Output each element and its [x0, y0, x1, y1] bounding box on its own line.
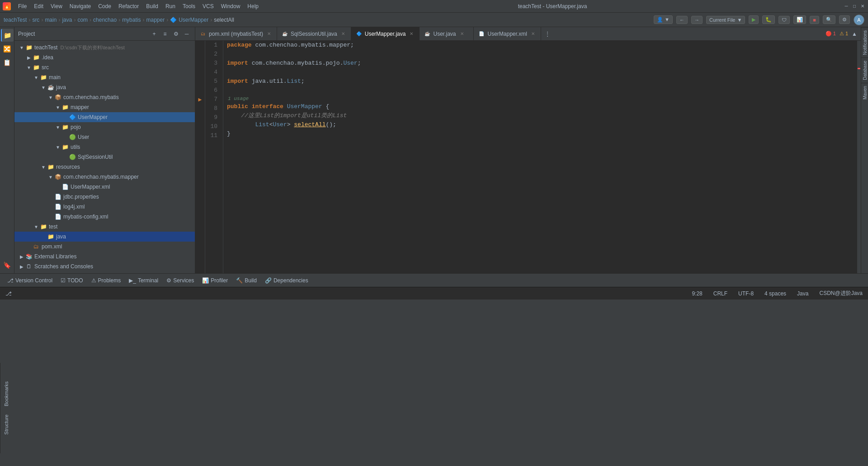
status-language[interactable]: Java — [795, 290, 810, 298]
sidebar-bookmarks-icon[interactable]: 🔖 — [1, 259, 14, 271]
sidebar-structure-icon[interactable]: 📋 — [1, 56, 14, 69]
tree-mybatis-config[interactable]: ▶ 📄 mybatis-config.xml — [14, 212, 195, 222]
tree-user[interactable]: ▶ 🟢 User — [14, 132, 195, 142]
status-csdn[interactable]: CSDN@进阶Java — [817, 289, 864, 298]
breadcrumb-usermapper[interactable]: 🔷 — [170, 17, 177, 23]
breadcrumb-mybatis[interactable]: mybatis — [122, 17, 141, 23]
menu-refactor[interactable]: Refactor — [115, 2, 142, 10]
menu-edit[interactable]: Edit — [30, 2, 47, 10]
tab-usermapper-xml[interactable]: 📄 UserMapper.xml ✕ — [474, 27, 541, 41]
status-position[interactable]: 9:28 — [690, 290, 704, 298]
tree-package[interactable]: ▼ 📦 com.chenchao.mybatis — [14, 92, 195, 102]
minimize-button[interactable]: ─ — [843, 3, 850, 10]
status-git[interactable]: ⎇ — [4, 290, 14, 298]
rpt-maven[interactable]: Maven — [861, 83, 868, 102]
panel-icon-settings[interactable]: ⚙ — [171, 29, 180, 38]
menu-build[interactable]: Build — [142, 2, 162, 10]
rpt-notifications[interactable]: Notifications — [861, 27, 868, 57]
tree-ext-libs[interactable]: ▶ 📚 External Libraries — [14, 252, 195, 262]
menu-code[interactable]: Code — [94, 2, 115, 10]
forward-button[interactable]: → — [691, 16, 703, 24]
mt-selectall[interactable]: selectAll — [294, 120, 326, 129]
debug-button[interactable]: 🐛 — [762, 15, 775, 24]
sidebar-project-icon[interactable]: 📁 — [1, 29, 14, 42]
tree-mapper-folder[interactable]: ▼ 📁 mapper — [14, 102, 195, 112]
tool-todo[interactable]: ☑ TODO — [57, 276, 86, 285]
current-file-button[interactable]: Current File ▼ — [706, 16, 745, 24]
run-with-coverage[interactable]: 🛡 — [778, 16, 790, 24]
code-area[interactable]: package com.chenchao.mybatis.mapper; imp… — [223, 41, 857, 273]
breadcrumb-src[interactable]: src — [32, 17, 39, 23]
menu-navigate[interactable]: Navigate — [66, 2, 94, 10]
tree-src[interactable]: ▼ 📁 src — [14, 62, 195, 72]
tree-usermapper-xml[interactable]: ▶ 📄 UserMapper.xml — [14, 182, 195, 192]
tree-pojo-folder[interactable]: ▼ 📁 pojo — [14, 122, 195, 132]
tree-root[interactable]: ▼ 📁 teachTest D:\csdn下载的资料\teachTest — [14, 43, 195, 52]
menu-view[interactable]: View — [47, 2, 66, 10]
editor-content[interactable]: ▶ 1 2 3 4 5 6 7 8 9 10 — [195, 41, 861, 273]
profiler-button[interactable]: 📊 — [793, 15, 806, 24]
tree-jdbc-props[interactable]: ▶ 📄 jdbc.properties — [14, 192, 195, 202]
tool-terminal[interactable]: ▶_ Terminal — [125, 276, 162, 285]
tree-java[interactable]: ▼ ☕ java — [14, 82, 195, 92]
menu-tools[interactable]: Tools — [179, 2, 199, 10]
menu-file[interactable]: File — [14, 2, 30, 10]
panel-icon-collapse[interactable]: ≡ — [160, 29, 170, 38]
settings-button[interactable]: ⚙ — [839, 15, 850, 24]
tree-log4j[interactable]: ▶ 📄 log4j.xml — [14, 202, 195, 212]
tree-res-mapper-folder[interactable]: ▼ 📦 com.chenchao.mybatis.mapper — [14, 172, 195, 182]
tool-dependencies[interactable]: 🔗 Dependencies — [261, 276, 312, 285]
tree-scratches[interactable]: ▶ 🗒 Scratches and Consoles — [14, 262, 195, 271]
tool-build[interactable]: 🔨 Build — [232, 276, 260, 285]
tree-idea[interactable]: ▶ 📁 .idea — [14, 52, 195, 62]
breadcrumb-java[interactable]: java — [62, 17, 72, 23]
tree-utils-folder[interactable]: ▼ 📁 utils — [14, 142, 195, 152]
tree-usermapper[interactable]: ▶ 🔷 UserMapper — [14, 112, 195, 122]
panel-icon-plus[interactable]: + — [150, 29, 159, 38]
tree-sqlsession[interactable]: ▶ 🟢 SqlSessionUtil — [14, 152, 195, 162]
breadcrumb-project[interactable]: teachTest — [4, 17, 27, 23]
tree-test[interactable]: ▼ 📁 test — [14, 222, 195, 232]
status-line-ending[interactable]: CRLF — [712, 290, 729, 298]
tree-main[interactable]: ▼ 📁 main — [14, 72, 195, 82]
tool-version-control[interactable]: ⎇ Version Control — [4, 276, 56, 285]
tab-pom[interactable]: 🗂 pom.xml (mybatisTest) ✕ — [195, 27, 277, 41]
breadcrumb-usermapper-label[interactable]: UserMapper — [179, 17, 208, 23]
close-button[interactable]: ✕ — [859, 3, 866, 10]
menu-run[interactable]: Run — [162, 2, 179, 10]
maximize-button[interactable]: □ — [851, 3, 858, 10]
stop-button[interactable]: ■ — [810, 16, 819, 24]
tree-test-java[interactable]: ▶ 📁 java — [14, 232, 195, 242]
tabs-overflow[interactable]: ⋮ — [541, 31, 554, 37]
menu-vcs[interactable]: VCS — [199, 2, 217, 10]
scroll-up[interactable]: ▲ — [852, 31, 857, 37]
tool-services[interactable]: ⚙ Services — [163, 276, 198, 285]
search-everywhere[interactable]: 🔍 — [823, 15, 835, 24]
status-indent[interactable]: 4 spaces — [763, 290, 788, 298]
tab-sqlsession-close[interactable]: ✕ — [340, 31, 346, 37]
tab-sqlsession[interactable]: ☕ SqlSessionUtil.java ✕ — [277, 27, 351, 41]
tab-usermapper-xml-close[interactable]: ✕ — [530, 31, 536, 37]
structure-tab[interactable]: Structure — [0, 411, 10, 438]
tool-problems[interactable]: ⚠ Problems — [88, 276, 125, 285]
breadcrumb-selectall[interactable]: selectAll — [214, 17, 234, 23]
breadcrumb-chenchao[interactable]: chenchao — [93, 17, 117, 23]
tab-pom-close[interactable]: ✕ — [266, 31, 272, 37]
tab-usermapper[interactable]: 🔷 UserMapper.java ✕ — [351, 27, 420, 41]
tab-user-close[interactable]: ✕ — [459, 31, 465, 37]
run-button[interactable]: ▶ — [749, 15, 759, 24]
breadcrumb-main[interactable]: main — [45, 17, 57, 23]
tree-resources[interactable]: ▼ 📁 resources — [14, 162, 195, 172]
tab-user[interactable]: ☕ User.java ✕ — [420, 27, 474, 41]
menu-help[interactable]: Help — [244, 2, 262, 10]
profile-button[interactable]: 👤 ▼ — [654, 15, 673, 24]
tree-pom[interactable]: ▶ 🗂 pom.xml — [14, 242, 195, 252]
user-avatar[interactable]: A — [854, 14, 864, 25]
breadcrumb-com[interactable]: com — [77, 17, 88, 23]
breadcrumb-mapper[interactable]: mapper — [146, 17, 165, 23]
tool-profiler[interactable]: 📊 Profiler — [198, 276, 231, 285]
menu-window[interactable]: Window — [217, 2, 244, 10]
rpt-database[interactable]: Database — [861, 57, 868, 83]
bookmarks-tab[interactable]: Bookmarks — [0, 378, 10, 410]
panel-icon-minimize[interactable]: ─ — [182, 29, 191, 38]
